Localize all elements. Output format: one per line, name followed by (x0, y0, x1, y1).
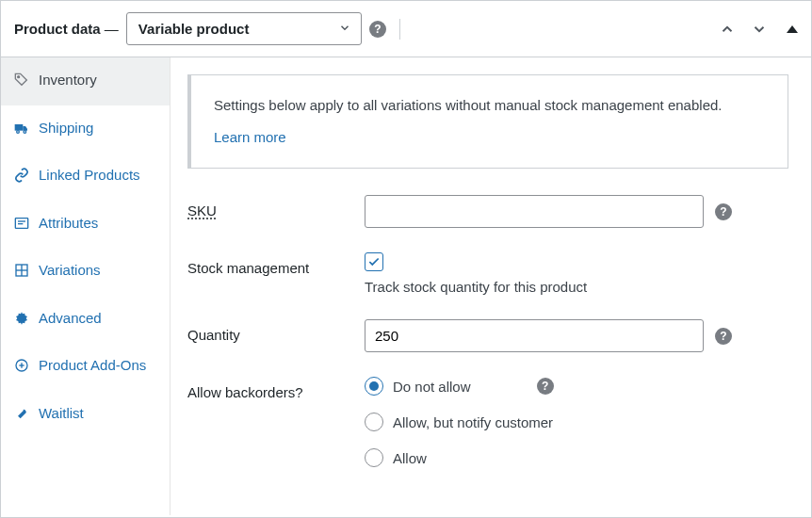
stock-management-description: Track stock quantity for this product (365, 279, 587, 295)
gear-icon (14, 311, 29, 331)
stock-management-label: Stock management (187, 252, 357, 276)
collapse-toggle-icon[interactable] (787, 25, 798, 33)
tag-icon (14, 73, 29, 92)
backorders-label: Allow backorders? (187, 377, 357, 400)
chevron-down-icon (338, 21, 351, 37)
list-icon (14, 216, 29, 235)
quantity-row: Quantity ? (187, 319, 788, 352)
sidebar-item-label: Inventory (39, 71, 97, 89)
move-up-button[interactable] (715, 17, 739, 41)
wrench-icon (14, 406, 29, 426)
sidebar-item-variations[interactable]: Variations (1, 248, 170, 296)
backorders-radio-group: Do not allow ? Allow, but notify custome… (365, 377, 554, 467)
sidebar-item-label: Waitlist (39, 404, 84, 423)
content-area: Settings below apply to all variations w… (171, 57, 811, 515)
move-down-button[interactable] (747, 17, 771, 41)
plus-circle-icon (14, 358, 29, 378)
info-notice: Settings below apply to all variations w… (187, 74, 788, 169)
sidebar-item-attributes[interactable]: Attributes (1, 201, 170, 249)
sidebar-item-label: Variations (39, 261, 101, 280)
quantity-input[interactable] (365, 319, 704, 352)
stock-management-row: Stock management Track stock quantity fo… (187, 252, 788, 295)
sku-input[interactable] (365, 195, 704, 228)
svg-point-0 (18, 76, 20, 78)
backorders-radio-do-not-allow[interactable] (365, 377, 383, 396)
sidebar-item-label: Product Add-Ons (39, 356, 146, 375)
svg-rect-1 (15, 124, 24, 131)
panel-title: Product data — (14, 21, 119, 37)
panel-body: Inventory Shipping Linked Products Attri… (1, 57, 811, 515)
help-icon[interactable]: ? (715, 328, 732, 345)
backorders-radio-allow[interactable] (365, 448, 383, 467)
radio-label: Do not allow (393, 379, 471, 395)
product-type-value: Variable product (138, 21, 250, 37)
title-dash: — (101, 21, 119, 37)
sidebar-item-waitlist[interactable]: Waitlist (1, 391, 170, 439)
title-text: Product data (14, 21, 101, 37)
link-icon (14, 168, 29, 187)
sidebar-item-label: Linked Products (39, 166, 140, 185)
svg-point-3 (24, 130, 26, 133)
sidebar-item-advanced[interactable]: Advanced (1, 296, 170, 344)
learn-more-link[interactable]: Learn more (214, 126, 286, 149)
grid-icon (14, 263, 29, 283)
radio-label: Allow (393, 450, 427, 466)
quantity-label: Quantity (187, 319, 357, 343)
radio-label: Allow, but notify customer (393, 414, 553, 430)
stock-management-checkbox[interactable] (365, 252, 383, 271)
sidebar-item-linked-products[interactable]: Linked Products (1, 153, 170, 201)
sku-label: SKU (187, 195, 357, 219)
backorders-row: Allow backorders? Do not allow ? Al (187, 377, 788, 467)
sidebar: Inventory Shipping Linked Products Attri… (1, 57, 171, 515)
notice-text: Settings below apply to all variations w… (214, 94, 765, 117)
panel-header: Product data — Variable product ? (1, 1, 811, 57)
help-icon[interactable]: ? (537, 378, 554, 395)
divider (399, 19, 400, 40)
backorders-radio-notify[interactable] (365, 413, 383, 431)
sidebar-item-label: Shipping (39, 119, 93, 138)
sidebar-item-label: Attributes (39, 214, 98, 233)
sidebar-item-inventory[interactable]: Inventory (1, 57, 170, 105)
help-icon[interactable]: ? (369, 21, 386, 38)
truck-icon (14, 121, 29, 140)
svg-point-2 (17, 130, 20, 133)
sidebar-item-product-addons[interactable]: Product Add-Ons (1, 343, 170, 391)
sku-row: SKU ? (187, 195, 788, 228)
sidebar-item-label: Advanced (39, 309, 102, 328)
sidebar-item-shipping[interactable]: Shipping (1, 105, 170, 154)
help-icon[interactable]: ? (715, 203, 732, 220)
product-data-panel: Product data — Variable product ? Invent… (0, 0, 812, 518)
product-type-select[interactable]: Variable product (126, 12, 362, 45)
